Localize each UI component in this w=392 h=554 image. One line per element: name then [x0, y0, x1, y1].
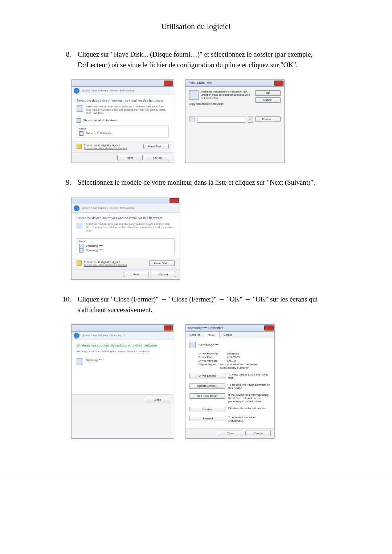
column-header: Name: [79, 127, 166, 131]
device-name: Samsung ****: [86, 358, 103, 362]
breadcrumb: Update Driver Software - Samsung ****: [82, 334, 126, 337]
device-icon: [77, 223, 83, 229]
why-signing-link[interactable]: Tell me why driver signing is important: [84, 147, 127, 150]
dialog-title: Install From Disk: [188, 81, 212, 85]
close-button[interactable]: Close: [218, 431, 243, 436]
close-button[interactable]: Close: [145, 397, 170, 402]
monitor-icon: [189, 342, 196, 348]
kv-value: microsoft windows hardware compatibility…: [220, 363, 271, 369]
next-button[interactable]: Next: [123, 272, 148, 277]
action-desc: Disables the selected device.: [228, 407, 271, 410]
close-icon[interactable]: [264, 325, 274, 331]
step-number: 10.: [51, 294, 78, 315]
kv-value: 4/14/2005: [227, 356, 240, 359]
copy-from-label: Copy manufacturer's files from:: [189, 103, 281, 106]
roll-back-driver-button[interactable]: Roll Back Driver: [189, 393, 225, 399]
close-icon[interactable]: [274, 81, 283, 86]
why-signing-link[interactable]: Tell me why driver signing is important: [84, 264, 127, 267]
driver-list[interactable]: Name Generic PnP Monitor: [77, 126, 169, 138]
install-from-disk-dialog: Install From Disk Insert the manufacture…: [185, 79, 285, 163]
driver-item[interactable]: Generic PnP Monitor: [86, 132, 113, 135]
tab-details[interactable]: Details: [220, 332, 236, 338]
have-disk-button[interactable]: Have Disk...: [143, 144, 169, 149]
browse-button[interactable]: Browse...: [255, 116, 281, 122]
model-check-icon: [79, 248, 83, 253]
close-icon[interactable]: [164, 81, 173, 86]
success-hint: Windows has finished installing the driv…: [77, 350, 169, 353]
back-icon[interactable]: [74, 205, 79, 211]
action-desc: To uninstall the driver (Advanced).: [228, 416, 271, 422]
tab-driver[interactable]: Driver: [204, 332, 219, 338]
driver-check-icon: [79, 131, 83, 136]
back-icon[interactable]: [74, 88, 79, 94]
step-number: 9.: [51, 177, 78, 188]
monitor-properties-dialog: Samsung **** Properties General Driver D…: [185, 324, 275, 439]
kv-key: Driver Date:: [199, 356, 227, 359]
wizard-hint: Select the manufacturer and model of you…: [86, 223, 175, 232]
signed-label: This driver is digitally signed.: [84, 260, 127, 264]
model-list[interactable]: Model Samsung **** Samsung ****: [77, 238, 175, 255]
cancel-button[interactable]: Cancel: [255, 97, 281, 103]
step-text: Cliquez sur "Have Disk... (Disque fourni…: [78, 49, 341, 70]
shield-icon: [77, 260, 82, 266]
have-disk-button[interactable]: Have Disk...: [149, 260, 175, 266]
ok-button[interactable]: OK: [255, 90, 281, 96]
footer-rule: [0, 475, 392, 475]
kv-value: 2.0.0.0: [227, 359, 236, 362]
kv-value: Samsung: [227, 352, 239, 355]
close-icon[interactable]: [164, 325, 173, 331]
column-header: Model: [79, 240, 172, 243]
shield-icon: [77, 144, 82, 149]
action-desc: To view details about the driver files.: [228, 373, 271, 379]
update-driver-button[interactable]: Update Driver...: [189, 383, 225, 389]
step-number: 8.: [51, 49, 78, 70]
tab-general[interactable]: General: [185, 332, 204, 338]
path-input[interactable]: [197, 116, 245, 123]
model-item[interactable]: Samsung ****: [86, 244, 103, 247]
wizard-title: Select the device driver you want to ins…: [77, 99, 169, 102]
step-text: Sélectionnez le modèle de votre moniteur…: [78, 177, 341, 188]
action-desc: To update the driver software for this d…: [228, 383, 271, 390]
device-icon: [77, 358, 83, 365]
page-header: Utilisation du logiciel: [51, 22, 341, 31]
cancel-button[interactable]: Cancel: [145, 155, 170, 160]
disable-button[interactable]: Disable: [189, 407, 225, 412]
show-compatible-label: Show compatible hardware: [83, 119, 118, 122]
driver-details-button[interactable]: Driver Details: [189, 373, 225, 378]
breadcrumb: Update Driver Software - Generic PnP Mon…: [82, 89, 134, 93]
disk-icon: [189, 90, 199, 100]
breadcrumb: Update Driver Software - Generic PnP Mon…: [82, 207, 134, 210]
cancel-button[interactable]: Cancel: [245, 431, 271, 436]
back-icon[interactable]: [74, 333, 79, 338]
cancel-button[interactable]: Cancel: [151, 272, 176, 277]
select-model-window: Update Driver Software - Generic PnP Mon…: [71, 197, 180, 280]
action-desc: If the device fails after updating the d…: [228, 393, 271, 403]
model-check-icon: [79, 244, 83, 248]
success-title: Windows has successfully updated your dr…: [77, 344, 169, 347]
wizard-title: Select the device driver you want to ins…: [77, 216, 175, 220]
kv-key: Driver Version:: [199, 359, 227, 362]
model-item[interactable]: Samsung ****: [86, 249, 103, 252]
update-driver-window: Update Driver Software - Generic PnP Mon…: [71, 79, 174, 163]
device-name: Samsung ****: [199, 343, 219, 347]
dropdown-caret-icon[interactable]: ▾: [248, 116, 253, 123]
next-button[interactable]: Next: [117, 155, 143, 160]
close-icon[interactable]: [170, 198, 179, 203]
dialog-title: Samsung **** Properties: [188, 326, 223, 330]
uninstall-button[interactable]: Uninstall: [189, 416, 225, 421]
kv-key: Digital Signer:: [199, 363, 220, 369]
kv-key: Driver Provider:: [199, 352, 227, 355]
show-compatible-checkbox[interactable]: [77, 118, 81, 123]
drive-icon: [189, 116, 195, 122]
wizard-hint: Select the manufacturer and model of you…: [86, 105, 169, 115]
driver-updated-window: Update Driver Software - Samsung **** Wi…: [71, 324, 174, 439]
signed-label: This driver is digitally signed.: [84, 144, 127, 147]
device-icon: [77, 105, 83, 112]
dialog-message: Insert the manufacturer's installation d…: [201, 90, 252, 100]
step-text: Cliquez sur "Close (Fermer)" → "Close (F…: [78, 294, 341, 315]
